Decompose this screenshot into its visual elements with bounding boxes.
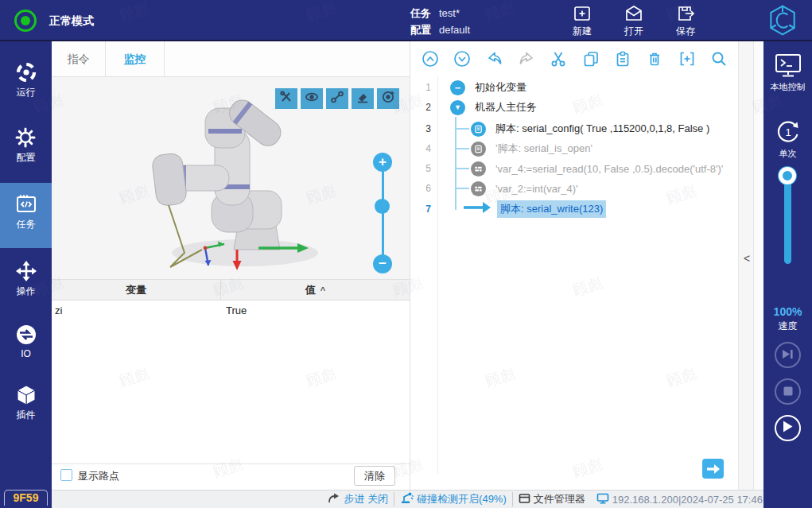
collapse-all-icon[interactable] [422,50,439,68]
tree-node-script-isopen[interactable]: 4 '脚本: serial_is_open' [410,139,739,158]
redo-icon[interactable] [518,50,535,68]
stop-button[interactable] [775,378,801,405]
zoom-in-button[interactable]: + [373,153,392,172]
line-number: 6 [410,183,431,194]
monitor-pane: 指令 监控 [52,41,410,490]
tree-node-label: 脚本: serial_write(123) [497,200,606,218]
robot-arm-illustration [135,97,334,276]
delete-icon[interactable] [646,50,663,68]
variable-table-header: 变量 值^ [52,280,410,301]
variable-table: 变量 值^ zi True [52,280,410,320]
execution-pointer-icon [464,202,491,216]
tree-node-script-write-selected[interactable]: 7 脚本: serial_write(123) [410,200,739,219]
collision-detection-label: 碰撞检测开启(49%) [417,492,507,506]
insert-icon[interactable] [678,50,696,68]
stop-icon [783,385,793,399]
eraser-icon [355,90,370,107]
network-info-label: 192.168.1.200|2024-07-25 17:46:31 [612,494,777,506]
assignment-node-icon [471,161,486,176]
single-run-count: 1 [785,126,791,138]
zoom-slider-handle[interactable] [375,199,390,214]
panel-collapse-gutter: < [738,41,754,490]
collision-detection-status[interactable]: 碰撞检测开启(49%) [394,492,512,506]
sort-indicator-icon: ^ [321,285,325,295]
sidebar-item-label: 配置 [0,151,52,165]
new-task-button[interactable]: 新建 [559,4,605,38]
cut-icon[interactable] [550,50,567,68]
viewer-zoom-control: + − [373,153,392,276]
zoom-slider-track[interactable] [382,162,384,266]
device-code-badge: 9F59 [4,490,48,506]
reset-view-button[interactable] [377,88,399,109]
show-waypoints-checkbox[interactable] [60,469,72,481]
sidebar-item-plugin[interactable]: 插件 [0,378,52,437]
single-run-icon: 1 [763,118,812,146]
next-arrow-button[interactable] [702,459,724,479]
robot-3d-view[interactable]: + − [52,77,410,280]
open-task-label: 打开 [611,25,657,38]
left-pane-tabbar: 指令 监控 [52,41,410,77]
sidebar-item-task[interactable]: 任务 [0,183,52,248]
script-node-icon [471,142,486,157]
tree-node-assign-var2[interactable]: 6 'var_2:=int(var_4)' [410,179,739,198]
expand-node-icon[interactable]: ▼ [450,100,465,115]
variable-column-header[interactable]: 变量 [52,280,221,300]
tree-node-label: 初始化变量 [472,79,530,96]
file-manager-label: 文件管理器 [534,492,585,506]
settings-icon [0,126,52,149]
collapse-panel-button[interactable]: < [739,252,755,265]
single-run-button[interactable]: 1 单次 [763,118,812,160]
sidebar-item-jog[interactable]: 操作 [0,254,52,313]
tree-node-main-task[interactable]: 2 ▼ 机器人主任务 [410,98,739,117]
play-button[interactable] [775,415,801,441]
local-control-button[interactable]: 本地控制 [763,52,812,93]
open-task-button[interactable]: 打开 [611,4,657,38]
undo-icon[interactable] [486,50,503,68]
task-tree-panel: 1 − 初始化变量 2 ▼ 机器人主任务 3 脚本: serial_config… [410,41,738,490]
save-file-icon [662,4,709,23]
search-icon[interactable] [710,50,728,68]
save-task-label: 保存 [662,25,709,38]
new-file-icon [559,4,605,23]
sidebar-item-label: 运行 [0,86,52,99]
eraser-button[interactable] [352,88,374,109]
file-manager-icon [519,493,530,506]
sidebar-item-label: IO [0,348,52,359]
zoom-out-button[interactable]: − [373,254,392,273]
task-name-value: test* [439,7,460,19]
tree-node-init-vars[interactable]: 1 − 初始化变量 [410,78,739,97]
step-over-button[interactable] [775,342,801,368]
speed-slider-track[interactable] [784,175,791,264]
step-mode-status[interactable]: 步进 关闭 [322,492,394,506]
paste-icon[interactable] [614,50,631,68]
sidebar-item-io[interactable]: IO [0,318,52,377]
file-manager-button[interactable]: 文件管理器 [512,492,591,506]
tree-node-assign-var4[interactable]: 5 'var_4:=serial_read(10, False ,0.5).de… [410,159,739,178]
clear-button[interactable]: 清除 [354,466,395,486]
single-run-label: 单次 [763,148,812,160]
task-config-info: 任务test* 配置default [410,5,470,38]
tree-node-script-config[interactable]: 3 脚本: serial_config( True ,115200,0,1,8,… [410,119,739,138]
copy-icon[interactable] [582,50,600,68]
assignment-node-icon [471,181,486,196]
tab-monitor[interactable]: 监控 [106,41,165,77]
sidebar-item-run[interactable]: 运行 [0,56,52,114]
value-column-header[interactable]: 值^ [221,280,410,300]
variable-name-cell: zi [52,301,221,320]
expand-all-icon[interactable] [453,50,471,68]
tab-command[interactable]: 指令 [52,41,106,77]
speed-percentage: 100% [763,305,812,318]
collapse-node-icon[interactable]: − [450,80,465,95]
tree-node-label: '脚本: serial_is_open' [492,140,596,157]
speed-slider-handle[interactable] [779,167,796,184]
speed-slider[interactable] [763,167,812,270]
save-task-button[interactable]: 保存 [662,4,709,38]
local-control-icon [763,52,812,79]
line-number: 4 [410,143,431,154]
mode-status-icon [14,10,37,32]
sidebar-item-config[interactable]: 配置 [0,121,52,180]
run-icon [0,60,52,84]
line-number: 7 [410,204,431,215]
sidebar-item-label: 任务 [0,218,52,231]
table-row[interactable]: zi True [52,301,410,320]
